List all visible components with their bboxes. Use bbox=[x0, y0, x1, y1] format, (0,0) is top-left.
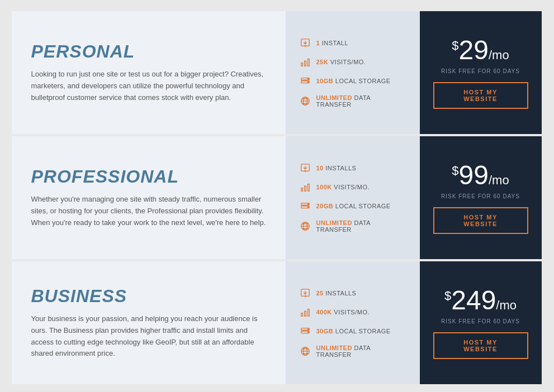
feature-item: 30GB LOCAL STORAGE bbox=[300, 326, 406, 337]
feature-item: UNLIMITED DATA TRANSFER bbox=[300, 345, 406, 358]
storage-icon bbox=[300, 326, 311, 337]
plan-row-personal: PERSONALLooking to run just one site or … bbox=[12, 11, 543, 134]
plan-features-personal: 1 INSTALL25K VISITS/MO.10GB LOCAL STORAG… bbox=[286, 11, 420, 134]
svg-point-37 bbox=[307, 329, 309, 330]
svg-rect-20 bbox=[307, 184, 309, 192]
host-website-button-business[interactable]: HOST MY WEBSITE bbox=[433, 332, 528, 359]
plan-features-business: 25 INSTALLS400K VISITS/MO.30GB LOCAL STO… bbox=[286, 261, 420, 384]
plan-name-professional: PROFESSIONAL bbox=[31, 166, 266, 187]
visits-icon bbox=[300, 307, 311, 318]
plan-features-professional: 10 INSTALLS100K VISITS/MO.20GB LOCAL STO… bbox=[286, 136, 420, 259]
feature-text: 400K VISITS/MO. bbox=[316, 309, 370, 315]
svg-rect-5 bbox=[304, 61, 306, 66]
feature-item: 1 INSTALL bbox=[300, 37, 406, 49]
svg-rect-33 bbox=[304, 311, 306, 316]
feature-item: 25K VISITS/MO. bbox=[300, 56, 406, 68]
feature-highlight: UNLIMITED bbox=[316, 94, 352, 101]
plan-price-business: $249/moRISK FREE FOR 60 DAYSHOST MY WEBS… bbox=[420, 261, 542, 384]
feature-item: UNLIMITED DATA TRANSFER bbox=[300, 94, 406, 108]
feature-item: 20GB LOCAL STORAGE bbox=[300, 200, 406, 212]
visits-icon bbox=[300, 56, 311, 68]
plan-row-professional: PROFESSIONALWhether you're managing one … bbox=[12, 136, 543, 259]
install-icon bbox=[300, 162, 311, 174]
feature-text: 30GB LOCAL STORAGE bbox=[316, 328, 391, 334]
feature-item: 25 INSTALLS bbox=[300, 288, 406, 299]
svg-point-10 bbox=[307, 82, 309, 83]
host-website-button-personal[interactable]: HOST MY WEBSITE bbox=[433, 82, 528, 109]
storage-icon bbox=[300, 200, 311, 212]
svg-point-9 bbox=[307, 79, 309, 80]
feature-highlight: 1 bbox=[316, 40, 320, 46]
feature-text: 20GB LOCAL STORAGE bbox=[316, 203, 391, 209]
price-amount: $29/mo bbox=[452, 37, 509, 64]
visits-icon bbox=[300, 181, 311, 193]
feature-highlight: 100K bbox=[316, 184, 332, 190]
plan-info-personal: PERSONALLooking to run just one site or … bbox=[12, 11, 286, 134]
transfer-icon bbox=[300, 95, 311, 107]
svg-point-23 bbox=[307, 204, 309, 205]
install-icon bbox=[300, 37, 311, 49]
install-icon bbox=[300, 288, 311, 299]
feature-highlight: 20GB bbox=[316, 203, 334, 209]
plan-desc-professional: Whether you're managing one site with st… bbox=[31, 194, 266, 228]
plan-info-business: BUSINESSYour business is your passion, a… bbox=[12, 261, 286, 384]
svg-rect-4 bbox=[301, 63, 302, 66]
svg-rect-18 bbox=[301, 188, 302, 191]
feature-highlight: UNLIMITED bbox=[316, 345, 352, 351]
host-website-button-professional[interactable]: HOST MY WEBSITE bbox=[433, 207, 528, 234]
svg-rect-34 bbox=[307, 309, 309, 317]
risk-free-text: RISK FREE FOR 60 DAYS bbox=[441, 318, 520, 324]
plan-info-professional: PROFESSIONALWhether you're managing one … bbox=[12, 136, 286, 259]
feature-text: UNLIMITED DATA TRANSFER bbox=[316, 345, 406, 358]
storage-icon bbox=[300, 75, 311, 87]
feature-text: 1 INSTALL bbox=[316, 40, 349, 46]
feature-highlight: 10 bbox=[316, 165, 324, 171]
price-amount: $249/mo bbox=[444, 287, 517, 314]
feature-item: 400K VISITS/MO. bbox=[300, 307, 406, 318]
feature-highlight: 400K bbox=[316, 309, 332, 315]
feature-item: 10GB LOCAL STORAGE bbox=[300, 75, 406, 87]
plan-name-business: BUSINESS bbox=[31, 286, 266, 307]
plan-name-personal: PERSONAL bbox=[31, 41, 266, 62]
feature-highlight: 30GB bbox=[316, 328, 334, 334]
feature-text: 25K VISITS/MO. bbox=[316, 59, 366, 65]
plan-price-personal: $29/moRISK FREE FOR 60 DAYSHOST MY WEBSI… bbox=[420, 11, 542, 134]
transfer-icon bbox=[300, 221, 311, 232]
feature-item: 100K VISITS/MO. bbox=[300, 181, 406, 193]
plan-desc-business: Your business is your passion, and helpi… bbox=[31, 313, 266, 360]
svg-point-24 bbox=[307, 207, 309, 208]
feature-highlight: 25 bbox=[316, 290, 324, 297]
svg-rect-32 bbox=[301, 313, 302, 316]
feature-item: 10 INSTALLS bbox=[300, 162, 406, 174]
feature-text: UNLIMITED DATA TRANSFER bbox=[316, 94, 406, 108]
plan-desc-personal: Looking to run just one site or test us … bbox=[31, 69, 266, 103]
risk-free-text: RISK FREE FOR 60 DAYS bbox=[441, 68, 520, 74]
plan-price-professional: $99/moRISK FREE FOR 60 DAYSHOST MY WEBSI… bbox=[420, 136, 542, 259]
feature-highlight: UNLIMITED bbox=[316, 219, 352, 226]
feature-text: 10GB LOCAL STORAGE bbox=[316, 78, 391, 84]
transfer-icon bbox=[300, 346, 311, 357]
svg-point-38 bbox=[307, 332, 309, 333]
feature-item: UNLIMITED DATA TRANSFER bbox=[300, 219, 406, 233]
feature-text: 100K VISITS/MO. bbox=[316, 184, 370, 190]
price-amount: $99/mo bbox=[452, 162, 509, 189]
pricing-container: PERSONALLooking to run just one site or … bbox=[12, 11, 543, 384]
feature-text: 25 INSTALLS bbox=[316, 290, 357, 297]
risk-free-text: RISK FREE FOR 60 DAYS bbox=[441, 193, 520, 199]
feature-text: 10 INSTALLS bbox=[316, 165, 357, 171]
plan-row-business: BUSINESSYour business is your passion, a… bbox=[12, 261, 543, 384]
feature-highlight: 10GB bbox=[316, 78, 334, 84]
feature-text: UNLIMITED DATA TRANSFER bbox=[316, 219, 406, 233]
feature-highlight: 25K bbox=[316, 59, 329, 65]
svg-rect-6 bbox=[307, 59, 309, 66]
svg-rect-19 bbox=[304, 186, 306, 191]
